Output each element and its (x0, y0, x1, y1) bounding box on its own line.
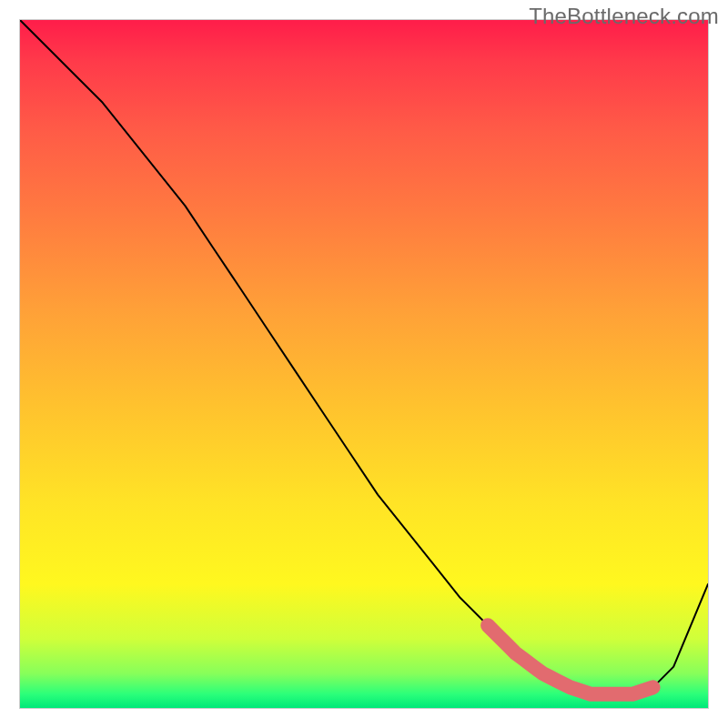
watermark-text: TheBottleneck.com (529, 4, 719, 29)
optimal-range-marker (488, 625, 653, 694)
bottleneck-curve (20, 20, 708, 694)
chart-container: TheBottleneck.com (0, 0, 728, 728)
curve-svg (20, 20, 708, 708)
plot-area (19, 19, 709, 709)
